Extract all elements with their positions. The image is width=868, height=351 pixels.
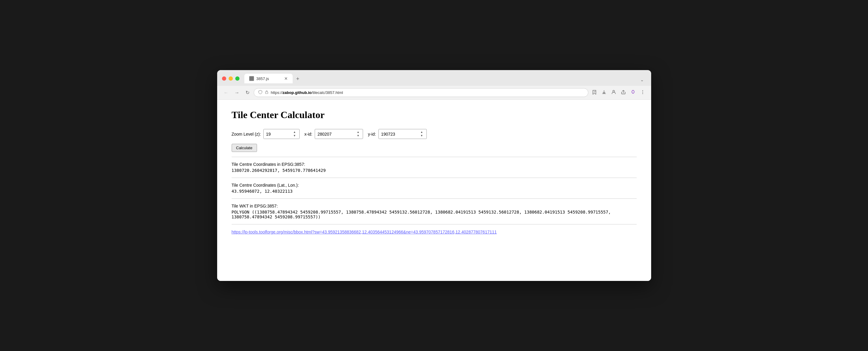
maximize-traffic-light[interactable] <box>235 76 240 81</box>
zoom-spinner: ▲ ▼ <box>292 130 297 137</box>
title-bar: 3857.js ✕ + ⌄ <box>217 70 651 86</box>
tab-favicon <box>249 76 254 81</box>
yid-input[interactable] <box>381 132 405 136</box>
extensions-button[interactable] <box>629 89 637 97</box>
yid-spinner: ▲ ▼ <box>420 130 424 137</box>
yid-control-group: y-id: ▲ ▼ <box>368 129 427 139</box>
yid-up-button[interactable]: ▲ <box>420 130 424 134</box>
xid-input[interactable] <box>317 132 342 136</box>
epsg3857-value: 1380720.2604292817, 5459170.778641429 <box>231 168 637 173</box>
bbox-section: https://lp-tools.toolforge.org/misc/bbox… <box>231 229 637 235</box>
menu-button[interactable] <box>639 89 646 97</box>
zoom-label: Zoom Level (z): <box>231 132 261 136</box>
tab-chevron-icon[interactable]: ⌄ <box>638 76 646 83</box>
wkt-value: POLYGON ((1380758.47894342 5459208.99715… <box>231 210 637 219</box>
xid-label: x-id: <box>304 132 312 136</box>
svg-point-3 <box>642 90 643 91</box>
forward-button[interactable]: → <box>233 89 241 97</box>
download-button[interactable] <box>600 89 608 97</box>
svg-point-4 <box>642 92 643 92</box>
svg-point-5 <box>642 93 643 94</box>
url-domain: zabop.github.io <box>283 90 312 95</box>
back-button[interactable]: ← <box>222 89 230 97</box>
reload-button[interactable]: ↻ <box>244 89 251 97</box>
share-button[interactable] <box>620 89 627 97</box>
divider-4 <box>231 224 637 224</box>
wkt-label: Tile WKT in EPSG:3857: <box>231 203 637 209</box>
account-button[interactable] <box>610 89 617 97</box>
nav-actions <box>591 89 646 97</box>
controls-section: Zoom Level (z): ▲ ▼ x-id: ▲ <box>231 129 637 152</box>
zoom-up-button[interactable]: ▲ <box>292 130 297 134</box>
svg-rect-0 <box>250 77 253 81</box>
divider-1 <box>231 157 637 157</box>
yid-input-wrapper: ▲ ▼ <box>378 129 427 139</box>
latlon-value: 43.95946072, 12.40322113 <box>231 189 637 194</box>
zoom-down-button[interactable]: ▼ <box>292 134 297 137</box>
nav-bar: ← → ↻ https://zabop.github.io/tilecalc/3… <box>217 86 651 100</box>
latlon-label: Tile Centre Coordinates (Lat., Lon.): <box>231 183 637 188</box>
wkt-section: Tile WKT in EPSG:3857: POLYGON ((1380758… <box>231 203 637 219</box>
traffic-lights <box>222 76 240 81</box>
shield-icon <box>258 90 262 95</box>
divider-3 <box>231 198 637 199</box>
new-tab-button[interactable]: + <box>294 74 302 83</box>
epsg3857-label: Tile Centre Coordinates in EPSG:3857: <box>231 162 637 167</box>
xid-up-button[interactable]: ▲ <box>356 130 360 134</box>
tab-close-button[interactable]: ✕ <box>284 76 288 81</box>
yid-label: y-id: <box>368 132 376 136</box>
url-text: https://zabop.github.io/tilecalc/3857.ht… <box>271 90 584 95</box>
latlon-section: Tile Centre Coordinates (Lat., Lon.): 43… <box>231 183 637 194</box>
zoom-control-group: Zoom Level (z): ▲ ▼ <box>231 129 300 139</box>
page-content: Tile Center Calculator Zoom Level (z): ▲… <box>217 100 651 281</box>
xid-input-wrapper: ▲ ▼ <box>315 129 363 139</box>
lock-icon <box>265 90 269 95</box>
yid-down-button[interactable]: ▼ <box>420 134 424 137</box>
divider-2 <box>231 178 637 178</box>
xid-control-group: x-id: ▲ ▼ <box>304 129 363 139</box>
url-path: /tilecalc/3857.html <box>312 90 343 95</box>
bookmark-button[interactable] <box>591 89 598 97</box>
zoom-input[interactable] <box>266 132 290 136</box>
active-tab[interactable]: 3857.js ✕ <box>244 74 293 83</box>
minimize-traffic-light[interactable] <box>229 76 233 81</box>
xid-spinner: ▲ ▼ <box>356 130 360 137</box>
calculate-button[interactable]: Calculate <box>231 144 257 152</box>
page-title: Tile Center Calculator <box>231 109 637 121</box>
zoom-input-wrapper: ▲ ▼ <box>264 129 300 139</box>
controls-row: Zoom Level (z): ▲ ▼ x-id: ▲ <box>231 129 637 139</box>
bbox-link[interactable]: https://lp-tools.toolforge.org/misc/bbox… <box>231 230 497 234</box>
svg-point-2 <box>613 90 615 92</box>
close-traffic-light[interactable] <box>222 76 226 81</box>
browser-window: 3857.js ✕ + ⌄ ← → ↻ <box>217 70 651 281</box>
address-bar[interactable]: https://zabop.github.io/tilecalc/3857.ht… <box>254 88 588 97</box>
svg-rect-1 <box>266 92 268 94</box>
tab-title: 3857.js <box>256 76 269 81</box>
epsg3857-section: Tile Centre Coordinates in EPSG:3857: 13… <box>231 162 637 173</box>
xid-down-button[interactable]: ▼ <box>356 134 360 137</box>
tab-bar: 3857.js ✕ + ⌄ <box>244 74 646 83</box>
